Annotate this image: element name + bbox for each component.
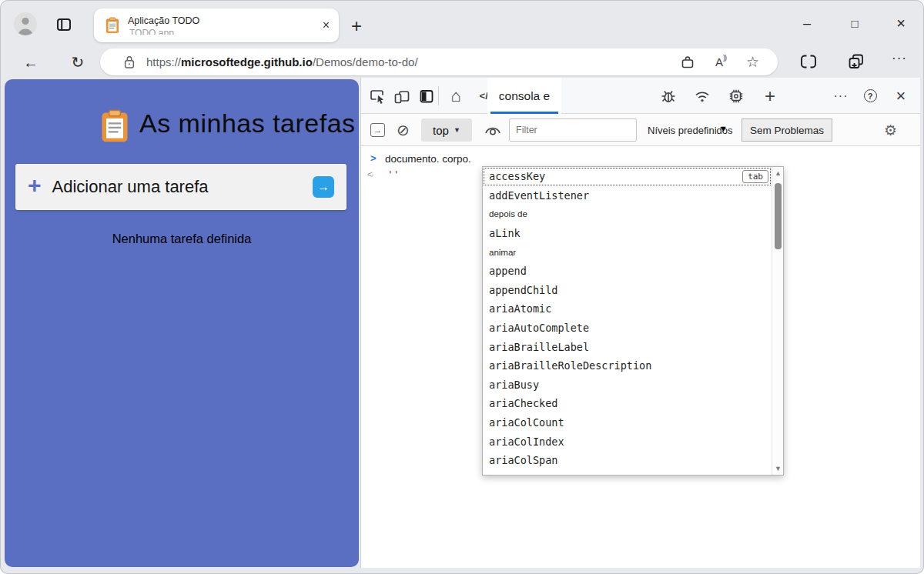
add-task-label: Adicionar uma tarefa bbox=[52, 177, 209, 197]
activity-bar-icon[interactable] bbox=[418, 88, 435, 105]
url-text: https://microsoftedge.github.io/Demos/de… bbox=[146, 55, 418, 68]
console-prompt-icon: > bbox=[370, 152, 377, 164]
read-aloud-icon[interactable]: A)) bbox=[715, 55, 726, 68]
autocomplete-item-label: accessKey bbox=[489, 170, 545, 182]
autocomplete-item-label: animar bbox=[489, 248, 516, 257]
autocomplete-item[interactable]: animar bbox=[483, 242, 772, 262]
network-wifi-icon[interactable] bbox=[694, 88, 711, 105]
empty-tasks-message: Nenhuma tarefa definida bbox=[5, 232, 359, 246]
address-bar[interactable]: https://microsoftedge.github.io/Demos/de… bbox=[100, 48, 778, 75]
clear-console-icon[interactable]: ⊘ bbox=[397, 114, 410, 146]
console-sidebar-icon[interactable]: → bbox=[370, 123, 385, 137]
devtools-panel: ⌂ </> consola e + ··· bbox=[360, 78, 920, 568]
more-tools-plus-icon[interactable]: + bbox=[758, 78, 782, 114]
todo-app-panel bbox=[5, 79, 359, 567]
autocomplete-item[interactable]: depois de bbox=[483, 205, 772, 224]
profile-avatar[interactable] bbox=[14, 12, 37, 35]
autocomplete-item-label: ariaBrailleLabel bbox=[489, 341, 589, 353]
autocomplete-item[interactable]: ariaAtomic bbox=[483, 299, 772, 319]
collections-icon[interactable] bbox=[847, 52, 865, 71]
issues-button[interactable]: Sem Problemas bbox=[742, 118, 832, 142]
context-selector[interactable]: top ▼ bbox=[421, 118, 472, 142]
autocomplete-item[interactable]: addEventListener bbox=[483, 186, 772, 205]
autocomplete-item[interactable]: ariaColSpan bbox=[483, 451, 772, 470]
autocomplete-scrollbar[interactable]: ▲ ▼ bbox=[772, 167, 783, 475]
tab-actions-menu-icon[interactable] bbox=[55, 16, 72, 33]
page-title: As minhas tarefas bbox=[139, 108, 356, 138]
split-screen-icon[interactable] bbox=[799, 53, 818, 70]
autocomplete-item-label: ariaChecked bbox=[489, 397, 557, 409]
autocomplete-item[interactable]: ariaAutoComplete bbox=[483, 319, 772, 338]
lock-icon[interactable] bbox=[123, 55, 136, 69]
autocomplete-item[interactable]: append bbox=[483, 262, 772, 281]
add-task-input[interactable]: + Adicionar uma tarefa → bbox=[15, 164, 346, 210]
bug-icon[interactable] bbox=[660, 88, 677, 105]
tab-hint-badge: tab bbox=[742, 170, 768, 183]
clipboard-icon bbox=[100, 109, 129, 143]
add-task-submit-button[interactable]: → bbox=[313, 176, 334, 198]
new-tab-icon[interactable]: + bbox=[351, 15, 362, 37]
autocomplete-item[interactable]: ariaBrailleLabel bbox=[483, 337, 772, 356]
console-settings-gear-icon[interactable]: ⚙ bbox=[884, 114, 897, 146]
live-expression-eye-icon[interactable] bbox=[484, 125, 501, 136]
tab-console[interactable]: consola e bbox=[487, 78, 561, 114]
autocomplete-item[interactable]: ariaColCount bbox=[483, 413, 772, 432]
back-icon[interactable]: ← bbox=[21, 52, 41, 72]
maximize-button[interactable]: □ bbox=[845, 14, 864, 32]
autocomplete-item-label: addEventListener bbox=[489, 189, 589, 202]
console-tab-label: consola e bbox=[499, 89, 550, 103]
performance-chip-icon[interactable] bbox=[728, 88, 745, 105]
window-close-button[interactable]: × bbox=[892, 14, 910, 32]
help-icon[interactable]: ? bbox=[860, 78, 880, 114]
inspect-element-icon[interactable] bbox=[369, 88, 386, 105]
autocomplete-list: accessKey tab addEventListener depois de… bbox=[483, 167, 772, 475]
autocomplete-item[interactable]: ariaCurrent bbox=[483, 470, 772, 476]
scroll-up-icon[interactable]: ▲ bbox=[772, 169, 784, 177]
autocomplete-item-label: aLink bbox=[489, 227, 521, 239]
autocomplete-item-label: ariaColSpan bbox=[489, 454, 557, 466]
autocomplete-item[interactable]: ariaChecked bbox=[483, 394, 772, 413]
autocomplete-item-label: ariaBusy bbox=[489, 379, 539, 391]
autocomplete-item-label: depois de bbox=[489, 209, 527, 219]
scroll-down-icon[interactable]: ▼ bbox=[772, 465, 784, 472]
autocomplete-item[interactable]: aLink bbox=[483, 224, 772, 243]
home-icon[interactable]: ⌂ bbox=[444, 78, 467, 114]
console-toolbar: → ⊘ top ▼ Níveis predefinidos ▼ Sem Prob… bbox=[361, 114, 920, 146]
tab-close-icon[interactable]: × bbox=[323, 18, 330, 32]
autocomplete-item[interactable]: ariaBrailleRoleDescription bbox=[483, 356, 772, 375]
tab-title: Aplicação TODO bbox=[128, 15, 199, 26]
tab-ghost-title: TODO app bbox=[129, 28, 174, 35]
autocomplete-item-label: ariaCurrent bbox=[489, 473, 557, 475]
settings-menu-icon[interactable]: ··· bbox=[892, 51, 907, 66]
autocomplete-item[interactable]: ariaBusy bbox=[483, 375, 772, 395]
clipboard-favicon-icon bbox=[105, 17, 119, 34]
autocomplete-item-label: ariaAtomic bbox=[489, 302, 551, 315]
app-install-icon[interactable] bbox=[680, 55, 695, 70]
chevron-down-icon: ▼ bbox=[454, 126, 460, 134]
reload-icon[interactable]: ↻ bbox=[68, 52, 88, 72]
devtools-close-icon[interactable]: × bbox=[889, 78, 912, 114]
plus-icon: + bbox=[28, 172, 42, 199]
autocomplete-popup: accessKey tab addEventListener depois de… bbox=[482, 166, 784, 476]
scrollbar-thumb[interactable] bbox=[775, 183, 782, 249]
devtools-more-icon[interactable]: ··· bbox=[828, 78, 854, 114]
autocomplete-item[interactable]: ariaColIndex bbox=[483, 432, 772, 451]
toolbar-divider bbox=[438, 86, 439, 105]
autocomplete-item-label: ariaColCount bbox=[489, 416, 564, 429]
device-emulation-icon[interactable] bbox=[393, 88, 410, 105]
minimize-button[interactable]: – bbox=[798, 14, 816, 32]
autocomplete-item-label: appendChild bbox=[489, 284, 557, 296]
devtools-tabbar: ⌂ </> consola e + ··· bbox=[361, 78, 920, 114]
autocomplete-item-label: ariaAutoComplete bbox=[489, 322, 589, 334]
autocomplete-item[interactable]: appendChild bbox=[483, 281, 772, 300]
result-arrow-icon: <· bbox=[367, 169, 373, 180]
filter-input[interactable] bbox=[509, 118, 637, 142]
console-input-text[interactable]: documento. corpo. bbox=[385, 153, 471, 165]
person-icon bbox=[14, 12, 37, 35]
favorites-star-icon[interactable]: ☆ bbox=[746, 53, 759, 71]
browser-window: Aplicação TODO TODO app × + – □ × ← ↻ ht… bbox=[0, 0, 924, 574]
autocomplete-item[interactable]: accessKey tab bbox=[483, 167, 772, 186]
levels-caret-icon: ▼ bbox=[719, 124, 728, 133]
autocomplete-item-label: ariaBrailleRoleDescription bbox=[489, 359, 651, 372]
browser-tab[interactable]: Aplicação TODO TODO app × bbox=[94, 8, 339, 42]
